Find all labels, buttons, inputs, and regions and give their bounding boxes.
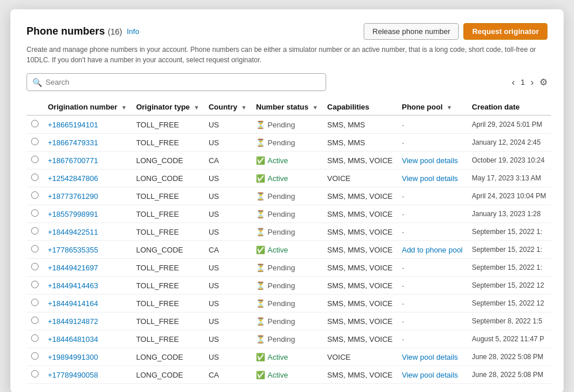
row-radio[interactable]: [31, 174, 39, 181]
row-radio[interactable]: [31, 316, 39, 324]
active-status-icon: ✅: [256, 246, 265, 254]
pool-dash: -: [402, 335, 404, 344]
view-pool-details-link[interactable]: View pool details: [402, 174, 458, 183]
active-status-icon: ✅: [256, 174, 265, 183]
origination-number-link[interactable]: +19894991300: [48, 353, 98, 361]
creation-date-cell: September 15, 2022 12: [467, 295, 551, 312]
pool-dash: -: [402, 317, 404, 326]
status-text: Active: [267, 246, 288, 254]
sort-icon-type[interactable]: ▼: [194, 104, 199, 111]
row-radio[interactable]: [31, 263, 39, 270]
row-radio[interactable]: [31, 245, 39, 252]
capabilities-cell: SMS, MMS, VOICE: [323, 330, 397, 348]
origination-number-link[interactable]: +18449422511: [48, 228, 98, 236]
creation-date-cell: September 15, 2022 1:: [467, 241, 551, 259]
capabilities-cell: SMS, MMS, VOICE: [323, 187, 397, 205]
origination-number-cell: +18449422511: [43, 223, 131, 241]
origination-number-link[interactable]: +18676700771: [48, 156, 98, 165]
col-country: Country ▼: [204, 99, 251, 115]
request-originator-button[interactable]: Request originator: [463, 23, 547, 40]
row-radio[interactable]: [31, 209, 39, 217]
country-cell: US: [204, 169, 251, 187]
origination-number-link[interactable]: +18667479331: [48, 138, 98, 147]
sort-icon-country[interactable]: ▼: [241, 104, 247, 111]
status-text: Active: [267, 353, 288, 361]
creation-date-cell: June 28, 2022 5:08 PM: [467, 366, 551, 384]
creation-date-cell: April 24, 2023 10:04 PM: [467, 187, 551, 205]
status-text: Pending: [267, 192, 295, 201]
row-radio[interactable]: [31, 227, 39, 235]
view-pool-details-link[interactable]: View pool details: [402, 353, 458, 361]
creation-date-cell: January 12, 2024 2:45: [467, 134, 551, 152]
phone-pool-cell: Add to phone pool: [397, 241, 467, 259]
sort-icon-status[interactable]: ▼: [312, 104, 318, 111]
creation-date-cell: September 8, 2022 1:5: [467, 312, 551, 330]
pool-dash: -: [402, 138, 404, 147]
pool-dash: -: [402, 192, 404, 201]
settings-button[interactable]: ⚙: [539, 77, 547, 88]
country-cell: US: [204, 330, 251, 348]
view-pool-details-link[interactable]: View pool details: [402, 156, 458, 165]
row-radio[interactable]: [31, 156, 39, 163]
toolbar-row: 🔍 ‹ 1 › ⚙: [27, 73, 547, 91]
origination-number-link[interactable]: +18449421697: [48, 263, 98, 272]
origination-number-link[interactable]: +18773761290: [48, 192, 98, 201]
release-phone-number-button[interactable]: Release phone number: [364, 23, 459, 40]
origination-number-cell: +18773761290: [43, 187, 131, 205]
row-radio[interactable]: [31, 120, 39, 127]
number-status-cell: ⏳Pending: [251, 259, 323, 277]
pending-status-icon: ⏳: [256, 335, 265, 344]
number-status-cell: ⏳Pending: [251, 295, 323, 312]
row-radio[interactable]: [31, 138, 39, 145]
origination-number-link[interactable]: +18449414463: [48, 281, 98, 290]
search-icon: 🔍: [32, 78, 42, 87]
number-status-cell: ⏳Pending: [251, 134, 323, 152]
row-radio[interactable]: [31, 281, 39, 288]
main-window: Phone numbers (16) Info Release phone nu…: [10, 9, 564, 392]
country-cell: CA: [204, 366, 251, 384]
add-to-phone-pool-link[interactable]: Add to phone pool: [402, 246, 463, 254]
info-link[interactable]: Info: [127, 27, 139, 36]
origination-number-link[interactable]: +18665194101: [48, 120, 98, 129]
pending-status-icon: ⏳: [256, 210, 265, 218]
row-radio[interactable]: [31, 370, 39, 378]
view-pool-details-link[interactable]: View pool details: [402, 371, 458, 379]
origination-number-link[interactable]: +12542847806: [48, 174, 98, 183]
creation-date-cell: September 15, 2022 12: [467, 277, 551, 295]
originator-type-cell: TOLL_FREE: [131, 330, 204, 348]
country-cell: US: [204, 295, 251, 312]
origination-number-link[interactable]: +18449124872: [48, 317, 98, 326]
row-radio[interactable]: [31, 191, 39, 199]
row-radio[interactable]: [31, 334, 39, 342]
pending-status-icon: ⏳: [256, 138, 265, 147]
origination-number-link[interactable]: +18446481034: [48, 335, 98, 344]
next-page-button[interactable]: ›: [528, 76, 536, 89]
origination-number-link[interactable]: +17789490058: [48, 371, 98, 379]
country-cell: US: [204, 312, 251, 330]
status-text: Pending: [267, 120, 295, 129]
phone-pool-cell: View pool details: [397, 169, 467, 187]
phone-pool-cell: -: [397, 295, 467, 312]
col-origination-number: Origination number ▼: [43, 99, 131, 115]
originator-type-cell: TOLL_FREE: [131, 259, 204, 277]
row-select-cell: [27, 241, 43, 259]
origination-number-link[interactable]: +17786535355: [48, 246, 98, 254]
row-radio[interactable]: [31, 299, 39, 306]
row-radio[interactable]: [31, 352, 39, 360]
row-select-cell: [27, 330, 43, 348]
origination-number-cell: +18449421697: [43, 259, 131, 277]
sort-icon-origination[interactable]: ▼: [121, 104, 127, 111]
origination-number-cell: +12542847806: [43, 169, 131, 187]
page-subtitle: Create and manage phone numbers in your …: [27, 44, 547, 65]
number-status-cell: ✅Active: [251, 169, 323, 187]
origination-number-link[interactable]: +18557998991: [48, 210, 98, 218]
originator-type-cell: LONG_CODE: [131, 152, 204, 169]
origination-number-link[interactable]: +18449414164: [48, 299, 98, 308]
prev-page-button[interactable]: ‹: [509, 76, 517, 89]
table-row: +18449414463TOLL_FREEUS⏳PendingSMS, MMS,…: [27, 277, 551, 295]
search-input[interactable]: [27, 73, 326, 91]
country-cell: US: [204, 187, 251, 205]
country-cell: US: [204, 259, 251, 277]
sort-icon-pool[interactable]: ▼: [447, 104, 452, 111]
phone-pool-cell: -: [397, 115, 467, 134]
